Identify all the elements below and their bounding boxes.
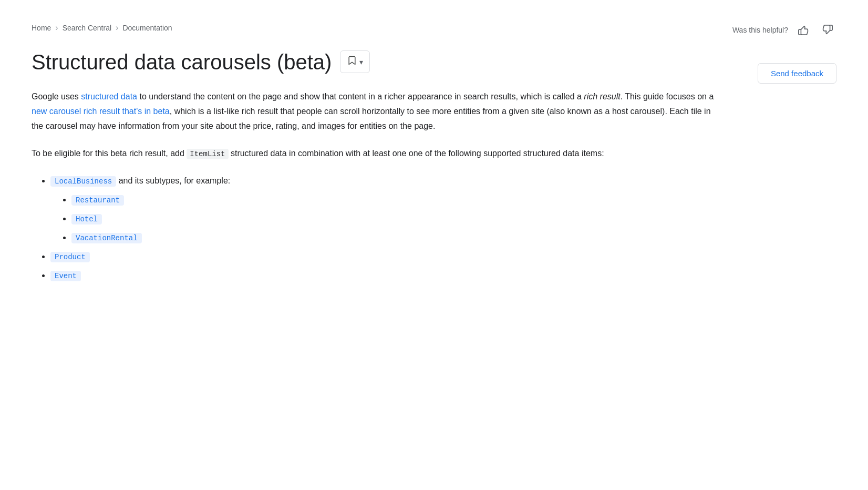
itemlist-code: ItemList [187,149,228,159]
bookmark-button[interactable]: ▾ [340,50,370,73]
second-para-text-2: structured data in combination with at l… [229,149,604,158]
sub-list-localbusiness: Restaurant Hotel VacationRental [50,192,715,245]
second-para-text-1: To be eligible for this beta rich result… [32,149,187,158]
breadcrumb: Home › Search Central › Documentation [32,21,836,35]
breadcrumb-sep-1: › [55,21,58,35]
title-row: Structured data carousels (beta) ▾ [32,49,836,75]
bookmark-chevron-icon: ▾ [359,58,363,66]
helpful-label: Was this helpful? [732,24,788,36]
thumbs-down-icon [822,24,833,36]
main-list: LocalBusiness and its subtypes, for exam… [32,173,715,283]
breadcrumb-sep-2: › [116,21,118,35]
structured-data-link[interactable]: structured data [81,92,137,101]
list-item-vacationrental: VacationRental [71,230,715,245]
list-item-localbusiness: LocalBusiness and its subtypes, for exam… [50,173,715,245]
new-carousel-link[interactable]: new carousel rich result that's in beta [32,107,170,116]
intro-text-1: Google uses [32,92,81,101]
bookmark-icon [347,55,357,68]
list-item-restaurant: Restaurant [71,192,715,207]
localbusiness-text: and its subtypes, for example: [119,176,231,185]
thumbs-down-button[interactable] [819,21,836,39]
vacationrental-badge: VacationRental [71,233,142,243]
localbusiness-badge: LocalBusiness [50,176,116,187]
breadcrumb-search-central[interactable]: Search Central [63,22,111,34]
helpful-area: Was this helpful? [732,21,836,39]
second-paragraph: To be eligible for this beta rich result… [32,146,715,161]
send-feedback-button[interactable]: Send feedback [758,63,836,84]
hotel-badge: Hotel [71,214,102,224]
thumbs-up-icon [798,24,809,36]
list-item-product: Product [50,249,715,264]
product-badge: Product [50,252,90,262]
page-title: Structured data carousels (beta) [32,49,332,75]
breadcrumb-documentation: Documentation [122,22,172,34]
event-badge: Event [50,271,81,281]
breadcrumb-home[interactable]: Home [32,22,51,34]
list-item-hotel: Hotel [71,211,715,226]
list-item-event: Event [50,268,715,283]
intro-text-3: . This guide focuses on a [621,92,714,101]
main-content: Google uses structured data to understan… [32,89,715,283]
restaurant-badge: Restaurant [71,195,124,206]
rich-result-italic: rich result [584,92,620,101]
thumbs-up-button[interactable] [794,21,812,39]
intro-text-2: to understand the content on the page an… [137,92,584,101]
intro-paragraph: Google uses structured data to understan… [32,89,715,134]
